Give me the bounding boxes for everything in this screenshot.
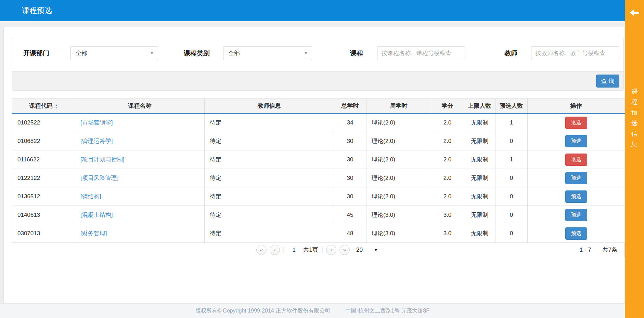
column-header-total-hours: 总学时 <box>334 99 366 114</box>
course-name-link[interactable]: [项目计划与控制] <box>80 156 124 163</box>
course-name-link[interactable]: [财务管理] <box>80 230 107 237</box>
course-name-cell: [项目计划与控制] <box>75 150 205 169</box>
course-grid: 课程代码▲▼ 课程名称 教师信息 总学时 周学时 学分 上限人数 预选人数 操作… <box>12 98 624 257</box>
teacher-info-cell: 待定 <box>205 169 334 187</box>
main-panel: 开课部门 全部 ▼ 课程类别 全部 ▼ 课程 教师 查 询 <box>3 27 625 303</box>
total-hours-cell: 30 <box>334 169 366 187</box>
copyright-text: 版权所有© Copyright 1999-2014 正方软件股份有限公司 <box>195 308 330 314</box>
course-table: 课程代码▲▼ 课程名称 教师信息 总学时 周学时 学分 上限人数 预选人数 操作… <box>12 98 625 243</box>
action-cell: 预选 <box>528 224 625 243</box>
course-label: 课程 <box>350 46 363 60</box>
weekly-hours-cell: 理论(3.0) <box>366 224 431 243</box>
teacher-search-input[interactable] <box>531 46 619 60</box>
course-name-link[interactable]: [钢结构] <box>80 193 101 200</box>
teacher-info-cell: 待定 <box>205 187 334 206</box>
table-row: 0140613[混凝土结构]待定45理论(3.0)3.0无限制0预选 <box>12 206 625 224</box>
limit-cell: 无限制 <box>464 206 495 224</box>
teacher-info-cell: 待定 <box>205 114 334 132</box>
column-header-limit: 上限人数 <box>464 99 495 114</box>
preselected-count-cell: 0 <box>495 224 528 243</box>
chevron-down-icon: ▼ <box>304 47 308 60</box>
withdraw-button[interactable]: 退选 <box>565 117 587 129</box>
department-select-value: 全部 <box>76 50 87 56</box>
course-name-link[interactable]: [混凝土结构] <box>80 212 113 218</box>
next-page-button[interactable]: › <box>326 245 336 255</box>
column-header-weekly-hours: 周学时 <box>366 99 431 114</box>
teacher-info-cell: 待定 <box>205 150 334 169</box>
limit-cell: 无限制 <box>464 132 495 150</box>
last-page-button[interactable]: » <box>339 245 350 255</box>
category-label: 课程类别 <box>184 46 210 60</box>
limit-cell: 无限制 <box>464 150 495 169</box>
category-select[interactable]: 全部 ▼ <box>223 46 312 60</box>
side-rail: 课程预选信息 <box>625 0 644 318</box>
collapse-left-arrow-icon[interactable] <box>625 10 644 17</box>
course-name-cell: [财务管理] <box>75 224 205 243</box>
credits-cell: 2.0 <box>431 169 464 187</box>
course-code-cell: 0106822 <box>12 132 75 150</box>
total-hours-cell: 34 <box>334 114 366 132</box>
column-header-credits: 学分 <box>431 99 464 114</box>
teacher-info-cell: 待定 <box>205 132 334 150</box>
range-text: 1 - 7 <box>580 247 591 253</box>
department-label: 开课部门 <box>23 46 49 60</box>
filter-body: 开课部门 全部 ▼ 课程类别 全部 ▼ 课程 教师 <box>12 38 623 71</box>
withdraw-button[interactable]: 退选 <box>565 154 587 166</box>
chevron-down-icon: ▼ <box>150 47 154 60</box>
course-name-cell: [混凝土结构] <box>75 206 205 224</box>
sort-icon[interactable]: ▲▼ <box>55 104 58 109</box>
preselected-count-cell: 1 <box>495 114 528 132</box>
address-text: 中国·杭州文二西路1号 元茂大厦8F <box>346 308 429 314</box>
weekly-hours-cell: 理论(2.0) <box>366 169 431 187</box>
course-name-link[interactable]: [管理运筹学] <box>80 138 113 144</box>
teacher-info-cell: 待定 <box>205 224 334 243</box>
record-range-label: 1 - 7 共7条 <box>580 243 617 257</box>
action-cell: 退选 <box>528 150 625 169</box>
column-header-actions: 操作 <box>528 99 625 114</box>
pagination-bar: « ‹ | 共1页 | › » 20 ▼ 1 - 7 共7条 <box>12 243 624 257</box>
search-button[interactable]: 查 询 <box>596 75 619 88</box>
table-row: 0106822[管理运筹学]待定30理论(2.0)2.0无限制0预选 <box>12 132 625 150</box>
total-hours-cell: 30 <box>334 132 366 150</box>
filter-footer: 查 询 <box>12 71 623 90</box>
category-select-value: 全部 <box>228 50 240 56</box>
page-title: 课程预选 <box>22 0 52 21</box>
credits-cell: 2.0 <box>431 132 464 150</box>
weekly-hours-cell: 理论(2.0) <box>366 187 431 206</box>
preselect-button[interactable]: 预选 <box>565 172 587 184</box>
preselect-button[interactable]: 预选 <box>565 135 587 147</box>
first-page-button[interactable]: « <box>256 245 267 255</box>
total-records-text: 共7条 <box>603 247 617 253</box>
course-name-link[interactable]: [项目风险管理] <box>80 175 118 181</box>
preselect-button[interactable]: 预选 <box>565 209 587 221</box>
total-hours-cell: 30 <box>334 150 366 169</box>
credits-cell: 3.0 <box>431 206 464 224</box>
action-cell: 预选 <box>528 206 625 224</box>
course-name-cell: [项目风险管理] <box>75 169 205 187</box>
table-row: 0116622[项目计划与控制]待定30理论(2.0)2.0无限制1退选 <box>12 150 625 169</box>
preselect-button[interactable]: 预选 <box>565 190 587 203</box>
teacher-label: 教师 <box>504 46 517 60</box>
total-pages-label: 共1页 <box>303 246 318 254</box>
page-number-input[interactable] <box>288 245 300 255</box>
limit-cell: 无限制 <box>464 169 495 187</box>
table-row: 0136512[钢结构]待定30理论(2.0)2.0无限制0预选 <box>12 187 625 206</box>
course-name-link[interactable]: [市场营销学] <box>80 119 113 126</box>
preselect-button[interactable]: 预选 <box>565 227 587 240</box>
credits-cell: 3.0 <box>431 224 464 243</box>
sidebar-tab-course-preselect-info[interactable]: 课程预选信息 <box>625 86 644 150</box>
prev-page-button[interactable]: ‹ <box>270 245 280 255</box>
action-cell: 退选 <box>528 114 625 132</box>
course-code-cell: 0122122 <box>12 169 75 187</box>
course-code-cell: 0307013 <box>12 224 75 243</box>
page-size-select[interactable]: 20 ▼ <box>353 245 380 255</box>
table-row: 0122122[项目风险管理]待定30理论(2.0)2.0无限制0预选 <box>12 169 625 187</box>
course-search-input[interactable] <box>377 46 465 60</box>
weekly-hours-cell: 理论(2.0) <box>366 114 431 132</box>
department-select[interactable]: 全部 ▼ <box>70 46 158 60</box>
column-header-course-name: 课程名称 <box>75 99 205 114</box>
column-header-course-code[interactable]: 课程代码▲▼ <box>12 99 75 114</box>
pager-separator: | <box>321 246 323 254</box>
column-header-teacher-info: 教师信息 <box>205 99 334 114</box>
total-hours-cell: 45 <box>334 206 366 224</box>
